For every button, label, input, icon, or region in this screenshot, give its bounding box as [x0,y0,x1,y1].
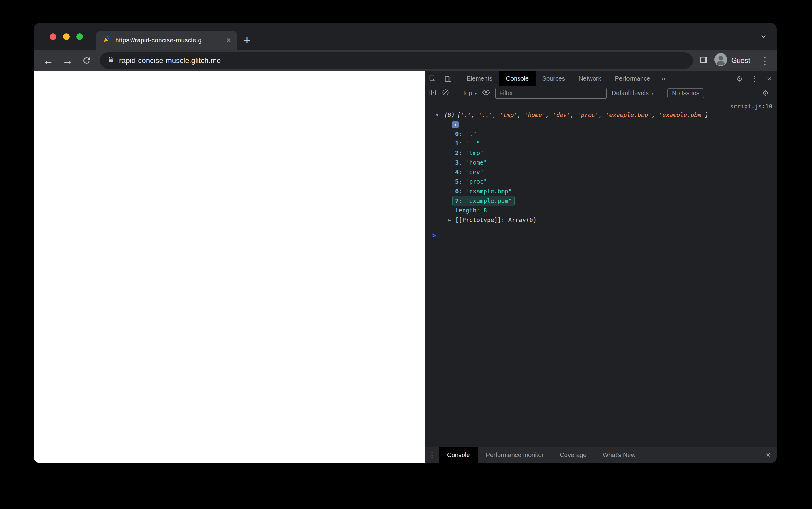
console-prompt[interactable]: > [425,229,777,240]
device-toolbar-button[interactable] [440,71,456,86]
array-entry-row: 6: "example.bmp" [425,186,777,196]
lock-icon[interactable] [107,56,114,65]
back-button[interactable]: ← [39,52,57,69]
array-entry-row: 1: ".." [425,139,777,148]
prototype-label: [[Prototype]] [455,216,501,223]
console-log-preview: ▼(8)['.', '..', 'tmp', 'home', 'dev', 'p… [425,110,777,120]
preview-items: '.', '..', 'tmp', 'home', 'dev', 'proc',… [461,111,705,118]
close-window-button[interactable] [50,33,56,40]
console-settings-button[interactable]: ⚙ [758,89,773,98]
array-entry-row: 0: "." [425,129,777,139]
drawer-tab-console[interactable]: Console [439,447,478,463]
party-popper-icon [102,36,111,45]
preview-string: '..' [478,111,493,118]
tab-strip: https://rapid-concise-muscle.g × + [34,23,777,50]
array-entry-row: 4: "dev" [425,167,777,177]
preview-string: '.' [461,111,471,118]
inspect-element-button[interactable] [425,71,440,86]
drawer-close-button[interactable]: × [759,447,777,463]
live-expression-button[interactable] [482,88,491,98]
devtools-close-button[interactable]: × [762,71,777,86]
zoom-window-button[interactable] [76,33,83,40]
drawer-tab-coverage[interactable]: Coverage [552,447,595,463]
browser-window: https://rapid-concise-muscle.g × + ← → r… [34,23,777,463]
traffic-lights [50,33,83,40]
context-selector[interactable]: top ▾ [464,90,477,97]
browser-tab[interactable]: https://rapid-concise-muscle.g × [96,31,237,50]
preview-string: 'proc' [577,111,599,118]
devtools-tabbar-right: ⚙ ⋮ × [732,71,777,86]
eye-icon [482,88,491,97]
address-bar[interactable]: rapid-concise-muscle.glitch.me [100,52,693,69]
profile-label: Guest [731,57,750,65]
array-entry-row: 7: "example.pbm" [425,196,777,206]
browser-menu-button[interactable]: ⋮ [759,55,771,66]
devtools-drawer: ⋮ Console Performance monitor Coverage W… [425,447,777,463]
console-message: script.js:10 ▼(8)['.', '..', 'tmp', 'hom… [425,102,777,225]
preview-string: 'home' [524,111,546,118]
devtools-tabbar: Elements Console Sources Network Perform… [425,71,777,86]
tab-title: https://rapid-concise-muscle.g [115,36,221,44]
chevron-down-icon: ▾ [651,91,653,96]
reload-icon [82,56,91,65]
context-selector-label: top [464,90,472,97]
forward-button[interactable]: → [58,52,76,69]
devtools-settings-button[interactable]: ⚙ [732,71,747,86]
issues-counter[interactable]: No Issues [667,88,704,98]
source-link[interactable]: script.js:10 [730,103,773,110]
prototype-row[interactable]: ▶[[Prototype]]: Array(0) [425,215,777,225]
array-length-row: length: 8 [425,206,777,215]
reload-button[interactable] [77,52,96,69]
drawer-tab-performance-monitor[interactable]: Performance monitor [478,447,552,463]
preview-string: 'example.pbm' [659,111,705,118]
devtools-tab-sources[interactable]: Sources [536,71,572,86]
side-panel-button[interactable] [699,55,709,66]
avatar-icon [714,53,727,68]
bracket-open: [ [457,111,461,118]
devtools-tab-performance[interactable]: Performance [608,71,657,86]
profile-button[interactable]: Guest [713,52,754,69]
length-label: length [455,207,476,214]
new-tab-button[interactable]: + [237,31,257,50]
preview-string: 'dev' [553,111,570,118]
info-icon[interactable]: i [452,122,459,128]
url-text: rapid-concise-muscle.glitch.me [119,56,221,65]
chevron-down-icon: ▾ [475,91,477,96]
devtools-tab-elements[interactable]: Elements [460,71,499,86]
clear-console-icon [442,88,449,96]
divider [458,74,458,83]
inspect-icon [429,75,437,83]
filter-input[interactable] [495,88,607,99]
drawer-menu-button[interactable]: ⋮ [425,447,439,463]
window-content: Elements Console Sources Network Perform… [34,71,777,463]
tab-search-chevron-icon[interactable] [759,32,768,42]
array-entry-row: 5: "proc" [425,177,777,186]
expand-triangle-icon[interactable]: ▼ [436,110,444,120]
devtools-tab-console[interactable]: Console [499,71,535,86]
clear-console-button[interactable] [442,88,449,98]
devtools-panel: Elements Console Sources Network Perform… [425,71,777,463]
tab-close-icon[interactable]: × [226,36,231,44]
drawer-tab-whats-new[interactable]: What's New [595,447,644,463]
device-toolbar-icon [444,75,452,83]
more-tabs-button[interactable]: » [657,71,669,86]
minimize-window-button[interactable] [63,33,69,40]
console-sidebar-toggle-button[interactable] [429,88,437,98]
log-levels-label: Default levels [612,90,649,97]
expand-triangle-icon[interactable]: ▶ [448,215,455,225]
console-toolbar: top ▾ Default levels ▾ No Issues ⚙ [425,86,777,100]
devtools-menu-button[interactable]: ⋮ [747,71,762,86]
prompt-chevron-icon: > [432,232,436,239]
prototype-value: Array(0) [508,216,537,223]
log-levels-dropdown[interactable]: Default levels ▾ [612,90,653,97]
page-content [34,71,425,463]
array-count: (8) [444,111,455,118]
preview-string: 'tmp' [500,111,517,118]
devtools-tab-network[interactable]: Network [572,71,608,86]
array-entries: 0: "."1: ".."2: "tmp"3: "home"4: "dev"5:… [425,129,777,206]
toolbar-right-cluster: Guest ⋮ [699,52,771,69]
array-entry-row: 2: "tmp" [425,148,777,158]
browser-toolbar: ← → rapid-concise-muscle.glitch.me Guest… [34,50,777,71]
info-line: i [425,120,777,129]
array-entry-row: 3: "home" [425,158,777,167]
